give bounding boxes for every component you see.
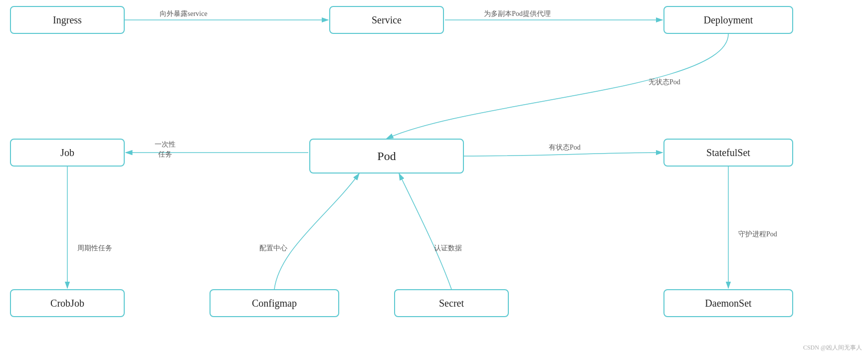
label-statefulset-daemonset: 守护进程Pod (738, 229, 777, 239)
label-pod-job: 一次性 任务 (155, 140, 176, 159)
node-service-label: Service (372, 14, 402, 26)
node-configmap: Configmap (210, 289, 339, 317)
node-job: Job (10, 139, 125, 167)
node-service: Service (329, 6, 444, 34)
node-deployment-label: Deployment (704, 14, 753, 26)
node-pod-label: Pod (377, 150, 396, 163)
node-daemonset: DaemonSet (663, 289, 793, 317)
node-crobjob-label: CrobJob (50, 298, 84, 309)
node-deployment: Deployment (663, 6, 793, 34)
node-secret: Secret (394, 289, 509, 317)
node-daemonset-label: DaemonSet (705, 298, 751, 309)
watermark: CSDN @凶人间无事人 (803, 344, 862, 352)
label-ingress-service: 向外暴露service (160, 9, 208, 19)
node-secret-label: Secret (439, 298, 464, 309)
label-service-deployment: 为多副本Pod提供代理 (484, 9, 551, 19)
node-statefulset: StatefulSet (663, 139, 793, 167)
label-secret-pod: 认证数据 (434, 243, 462, 253)
node-pod: Pod (309, 139, 464, 174)
node-configmap-label: Configmap (252, 298, 297, 309)
label-deployment-pod: 无状态Pod (649, 77, 680, 87)
label-crobjob-pod: 周期性任务 (77, 243, 112, 253)
diagram-container: Ingress Service Deployment Pod Job State… (0, 0, 868, 356)
node-ingress-label: Ingress (53, 14, 82, 26)
node-crobjob: CrobJob (10, 289, 125, 317)
label-configmap-pod: 配置中心 (259, 243, 287, 253)
node-ingress: Ingress (10, 6, 125, 34)
node-job-label: Job (60, 147, 74, 159)
node-statefulset-label: StatefulSet (706, 147, 750, 159)
label-pod-statefulset: 有状态Pod (549, 143, 581, 153)
